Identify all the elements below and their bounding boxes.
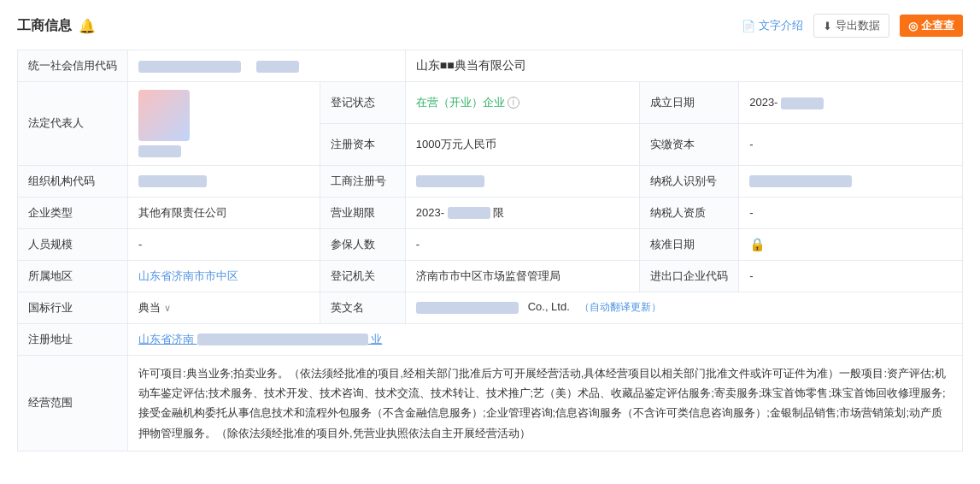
english-name-value: Co., Ltd. （自动翻译更新） bbox=[405, 292, 962, 323]
reg-status-value: 在营（开业）企业 i bbox=[405, 82, 639, 124]
biz-term-label: 营业期限 bbox=[320, 197, 405, 228]
blurred-credit-code bbox=[138, 61, 241, 73]
paid-capital-label: 实缴资本 bbox=[640, 123, 739, 165]
header: 工商信息 🔔 📄 文字介绍 ⬇ 导出数据 ◎ 企查查 bbox=[17, 14, 963, 38]
tax-id-value bbox=[739, 165, 963, 197]
biz-term-value: 2023- 限 bbox=[405, 197, 639, 228]
reg-capital-label: 注册资本 bbox=[320, 123, 405, 165]
reg-authority-value: 济南市市中区市场监督管理局 bbox=[405, 260, 639, 292]
org-code-label: 组织机构代码 bbox=[18, 165, 128, 197]
found-date-value: 2023- bbox=[739, 82, 963, 124]
headcount-label: 人员规模 bbox=[18, 228, 128, 260]
table-row: 人员规模 - 参保人数 - 核准日期 🔒 bbox=[18, 228, 963, 260]
company-type-value: 其他有限责任公司 bbox=[128, 197, 320, 228]
org-code-value bbox=[128, 165, 320, 197]
insured-label: 参保人数 bbox=[320, 228, 405, 260]
blurred-biz-reg bbox=[416, 175, 484, 187]
table-row: 统一社会信用代码 山东■■典当有限公司 bbox=[18, 50, 963, 82]
page-title: 工商信息 bbox=[17, 17, 72, 35]
taxpayer-qual-label: 纳税人资质 bbox=[640, 197, 739, 228]
legal-rep-avatar bbox=[128, 82, 320, 166]
export-button[interactable]: ⬇ 导出数据 bbox=[813, 14, 889, 38]
unified-credit-code-label: 统一社会信用代码 bbox=[18, 50, 128, 82]
status-badge: 在营（开业）企业 i bbox=[416, 95, 519, 110]
blurred-biz-term bbox=[448, 207, 490, 219]
industry-value: 典当 ∨ bbox=[128, 292, 320, 323]
reg-status-label: 登记状态 bbox=[320, 82, 405, 124]
import-export-label: 进出口企业代码 bbox=[640, 260, 739, 292]
blurred-address bbox=[197, 333, 368, 345]
reg-address-value: 山东省济南 业 bbox=[128, 323, 963, 355]
unified-credit-code-value bbox=[128, 50, 406, 82]
blurred-credit-code2 bbox=[256, 61, 299, 73]
region-value: 山东省济南市市中区 bbox=[128, 260, 320, 292]
table-row: 注册地址 山东省济南 业 bbox=[18, 323, 963, 355]
table-row: 国标行业 典当 ∨ 英文名 Co., Ltd. （自动翻译更新） bbox=[18, 292, 963, 323]
header-left: 工商信息 🔔 bbox=[17, 17, 96, 35]
table-row: 组织机构代码 工商注册号 纳税人识别号 bbox=[18, 165, 963, 197]
approval-date-value: 🔒 bbox=[739, 228, 963, 260]
avatar bbox=[138, 90, 190, 141]
found-date-label: 成立日期 bbox=[640, 82, 739, 124]
company-name-cell: 山东■■典当有限公司 bbox=[405, 50, 962, 82]
qichacha-logo: ◎ 企查查 bbox=[900, 15, 963, 37]
english-name-label: 英文名 bbox=[320, 292, 405, 323]
lock-icon: 🔒 bbox=[749, 237, 766, 251]
header-right: 📄 文字介绍 ⬇ 导出数据 ◎ 企查查 bbox=[742, 14, 963, 38]
info-table: 统一社会信用代码 山东■■典当有限公司 法定代表人 bbox=[17, 50, 963, 452]
document-icon: 📄 bbox=[742, 20, 755, 32]
blurred-date bbox=[781, 97, 824, 109]
reg-address-link[interactable]: 山东省济南 业 bbox=[138, 333, 382, 345]
blurred-tax bbox=[749, 175, 852, 187]
biz-reg-no-value bbox=[405, 165, 639, 197]
biz-scope-content: 许可项目:典当业务;拍卖业务。（依法须经批准的项目,经相关部门批准后方可开展经营… bbox=[138, 363, 952, 444]
blurred-name bbox=[138, 145, 181, 157]
table-row: 法定代表人 登记状态 在营（开业）企业 i 成立日期 2023- bbox=[18, 82, 963, 124]
reg-authority-label: 登记机关 bbox=[320, 260, 405, 292]
insured-value: - bbox=[405, 228, 639, 260]
bell-icon[interactable]: 🔔 bbox=[79, 18, 96, 34]
text-intro-button[interactable]: 📄 文字介绍 bbox=[742, 18, 803, 33]
tax-id-label: 纳税人识别号 bbox=[640, 165, 739, 197]
approval-date-label: 核准日期 bbox=[640, 228, 739, 260]
taxpayer-qual-value: - bbox=[739, 197, 963, 228]
table-row: 企业类型 其他有限责任公司 营业期限 2023- 限 纳税人资质 - bbox=[18, 197, 963, 228]
qichacha-icon: ◎ bbox=[908, 20, 918, 32]
blurred-english-name bbox=[416, 302, 519, 314]
company-type-label: 企业类型 bbox=[18, 197, 128, 228]
import-export-value: - bbox=[739, 260, 963, 292]
reg-address-label: 注册地址 bbox=[18, 323, 128, 355]
table-row: 所属地区 山东省济南市市中区 登记机关 济南市市中区市场监督管理局 进出口企业代… bbox=[18, 260, 963, 292]
auto-translate-label: （自动翻译更新） bbox=[579, 301, 661, 313]
page-wrapper: 工商信息 🔔 📄 文字介绍 ⬇ 导出数据 ◎ 企查查 统一社会信用代码 bbox=[0, 0, 980, 484]
chevron-down-icon[interactable]: ∨ bbox=[164, 303, 171, 313]
headcount-value: - bbox=[128, 228, 320, 260]
blurred-org bbox=[138, 175, 207, 187]
region-label: 所属地区 bbox=[18, 260, 128, 292]
biz-reg-no-label: 工商注册号 bbox=[320, 165, 405, 197]
biz-scope-value: 许可项目:典当业务;拍卖业务。（依法须经批准的项目,经相关部门批准后方可开展经营… bbox=[128, 355, 963, 452]
biz-scope-label: 经营范围 bbox=[18, 355, 128, 452]
paid-capital-value: - bbox=[739, 123, 963, 165]
download-icon: ⬇ bbox=[823, 20, 832, 32]
industry-label: 国标行业 bbox=[18, 292, 128, 323]
legal-rep-label: 法定代表人 bbox=[18, 82, 128, 166]
info-icon[interactable]: i bbox=[508, 97, 519, 109]
reg-capital-value: 1000万元人民币 bbox=[405, 123, 639, 165]
company-name: 山东■■典当有限公司 bbox=[416, 58, 526, 72]
table-row: 经营范围 许可项目:典当业务;拍卖业务。（依法须经批准的项目,经相关部门批准后方… bbox=[18, 355, 963, 452]
